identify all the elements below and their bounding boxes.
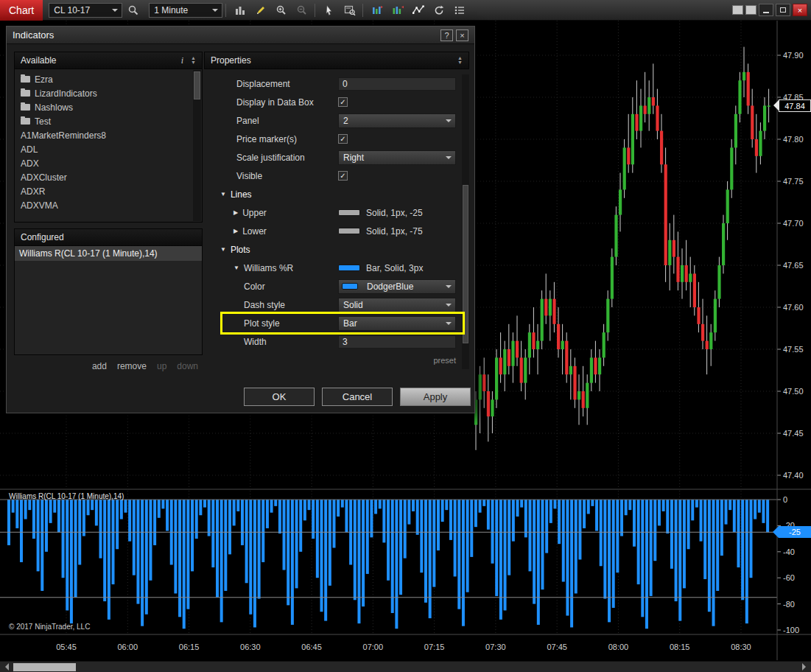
- dash-style-dropdown[interactable]: Solid: [338, 298, 456, 312]
- instrument-link-button[interactable]: [732, 5, 743, 15]
- cursor-icon[interactable]: [320, 1, 339, 19]
- preset-link[interactable]: preset: [433, 356, 456, 365]
- bar-spacing-decrease-icon[interactable]: [368, 1, 387, 19]
- search-icon[interactable]: [124, 1, 143, 19]
- apply-button[interactable]: Apply: [400, 388, 471, 406]
- remove-link[interactable]: remove: [117, 361, 147, 371]
- scrollbar-thumb[interactable]: [13, 663, 76, 671]
- available-item-label: Test: [35, 116, 51, 127]
- line-style-value[interactable]: Solid, 1px, -25: [338, 208, 423, 218]
- plot-style-dropdown[interactable]: Bar: [338, 316, 456, 331]
- collapse-icon[interactable]: ▼: [220, 246, 226, 253]
- row-plot-style: Plot style Bar: [204, 314, 469, 332]
- row-dash-style: Dash style Solid: [204, 295, 469, 314]
- info-icon[interactable]: i: [181, 55, 183, 66]
- scroll-left-button[interactable]: [0, 662, 12, 672]
- available-item-label: LizardIndicators: [35, 88, 97, 99]
- arrow-left-icon: [1, 663, 9, 671]
- price-markers-checkbox[interactable]: [338, 134, 348, 144]
- section-header: ▼ Lines: [204, 189, 338, 200]
- panel-dropdown[interactable]: 2: [338, 113, 456, 128]
- add-link[interactable]: add: [92, 361, 107, 371]
- zoom-in-icon[interactable]: [272, 1, 291, 19]
- zoom-out-icon[interactable]: [292, 1, 312, 19]
- visible-checkbox[interactable]: [338, 171, 348, 181]
- displacement-input[interactable]: [338, 77, 456, 91]
- color-swatch: [342, 283, 358, 290]
- available-indicator-item[interactable]: ADX: [15, 156, 202, 170]
- time-axis: 05:4506:0006:1506:3006:4507:0007:1507:30…: [0, 635, 777, 660]
- available-folder-item[interactable]: LizardIndicators: [15, 86, 202, 100]
- available-indicator-item[interactable]: A1MarketReminders8: [15, 128, 202, 142]
- properties-rows: Displacement Display in Data Box Panel 2…: [204, 74, 469, 369]
- scroll-down-icon[interactable]: ▼: [191, 60, 196, 65]
- expand-icon[interactable]: ▶: [234, 209, 238, 216]
- width-input[interactable]: [338, 335, 456, 349]
- maximize-button[interactable]: [776, 4, 790, 16]
- scale-justification-dropdown[interactable]: Right: [338, 150, 456, 165]
- row-displacement: Displacement: [204, 74, 469, 93]
- scroll-right-button[interactable]: [799, 662, 811, 672]
- property-label: Display in Data Box: [204, 97, 338, 108]
- configured-selected-item[interactable]: Williams R(CL 10-17 (1 Minute),14): [15, 246, 202, 261]
- dialog-close-button[interactable]: ×: [456, 29, 468, 41]
- configured-indicator-list[interactable]: Williams R(CL 10-17 (1 Minute),14): [14, 246, 203, 355]
- plot-style-value[interactable]: Bar, Solid, 3px: [338, 263, 423, 273]
- last-price-value: 47.84: [784, 102, 805, 111]
- price-axis-label: 47.45: [783, 429, 804, 438]
- row-preset: preset: [204, 351, 469, 369]
- row-lower-line: ▶ Lower Solid, 1px, -75: [204, 222, 469, 240]
- collapse-icon[interactable]: ▼: [234, 265, 239, 271]
- cancel-button[interactable]: Cancel: [322, 388, 393, 406]
- expand-icon[interactable]: ▶: [234, 228, 238, 234]
- available-header: Available i ▲▼: [14, 52, 203, 69]
- scrollbar-thumb[interactable]: [194, 71, 200, 99]
- available-folder-item[interactable]: Ezra: [15, 72, 202, 86]
- available-indicator-item[interactable]: ADXVMA: [15, 198, 202, 212]
- available-folder-item[interactable]: Nashlows: [15, 100, 202, 114]
- minimize-button[interactable]: [759, 4, 773, 16]
- close-button[interactable]: ×: [793, 4, 807, 16]
- horizontal-scrollbar[interactable]: [0, 661, 811, 672]
- interval-link-button[interactable]: [745, 5, 756, 15]
- available-indicator-item[interactable]: ADL: [15, 142, 202, 156]
- line-style-value[interactable]: Solid, 1px, -75: [338, 226, 423, 237]
- line-tools-icon[interactable]: [409, 1, 428, 19]
- property-label: Color: [204, 281, 338, 292]
- data-box-icon[interactable]: [340, 1, 359, 19]
- scrollbar-thumb[interactable]: [463, 185, 468, 343]
- properties-scrollbar[interactable]: [462, 74, 469, 369]
- databox-checkbox[interactable]: [338, 97, 348, 107]
- indicators-list-icon[interactable]: [450, 1, 469, 19]
- price-axis-label: 47.75: [783, 177, 804, 186]
- price-axis-label: 47.50: [783, 387, 804, 396]
- chart-tab[interactable]: Chart: [0, 0, 43, 21]
- dialog-titlebar[interactable]: Indicators ? ×: [7, 27, 474, 44]
- folder-icon: [21, 90, 30, 97]
- folder-icon: [21, 76, 30, 83]
- available-folder-item[interactable]: Test: [15, 114, 202, 128]
- price-axis-label: 47.80: [783, 135, 804, 144]
- available-item-label: Ezra: [35, 74, 53, 85]
- wpr-axis-label: -60: [783, 573, 795, 582]
- ok-button[interactable]: OK: [244, 388, 315, 406]
- interval-selector[interactable]: 1 Minute: [149, 3, 222, 18]
- draw-pencil-icon[interactable]: [251, 1, 270, 19]
- scroll-down-icon[interactable]: ▼: [457, 60, 463, 65]
- reload-icon[interactable]: [429, 1, 449, 19]
- available-indicator-list[interactable]: EzraLizardIndicatorsNashlowsTestA1Market…: [14, 69, 203, 223]
- instrument-selector[interactable]: CL 10-17: [49, 3, 122, 18]
- available-scrollbar[interactable]: [193, 70, 201, 221]
- color-dropdown[interactable]: DodgerBlue: [338, 279, 456, 294]
- instrument-value: CL 10-17: [49, 5, 112, 15]
- available-indicator-item[interactable]: ADXR: [15, 184, 202, 198]
- folder-icon: [21, 104, 30, 111]
- collapse-icon[interactable]: ▼: [220, 191, 226, 197]
- interval-value: 1 Minute: [150, 5, 212, 15]
- available-indicator-item[interactable]: ADXCluster: [15, 170, 202, 184]
- chart-style-icon[interactable]: [231, 1, 250, 19]
- help-button[interactable]: ?: [440, 29, 453, 41]
- bar-spacing-increase-icon[interactable]: [388, 1, 407, 19]
- section-label: Lines: [231, 189, 252, 200]
- property-label: Price marker(s): [204, 134, 338, 144]
